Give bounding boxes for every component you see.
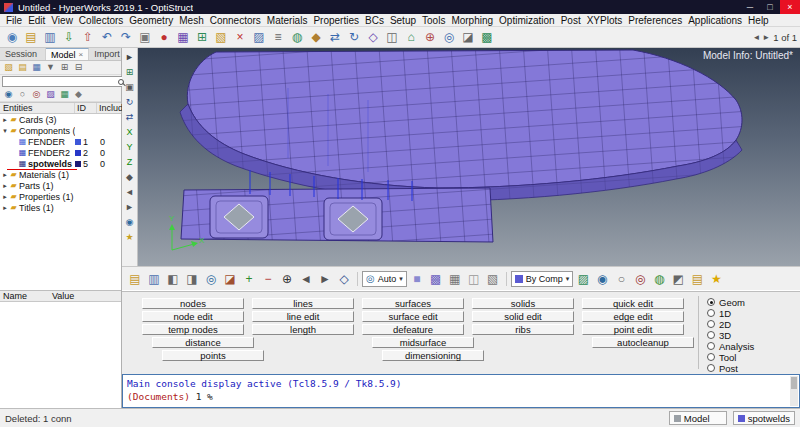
tree-header-entities[interactable]: Entities [0, 103, 75, 113]
organize-icon[interactable]: ▧ [212, 28, 230, 46]
expand-all-icon[interactable]: ⊞ [58, 61, 71, 74]
saved-views-icon[interactable]: ★ [123, 230, 137, 244]
user-profile-icon[interactable]: ◉ [3, 28, 21, 46]
tree-node-label[interactable]: Properties (1) [18, 192, 75, 202]
count-icon[interactable]: ◍ [288, 28, 306, 46]
panel-button[interactable]: line edit [252, 311, 354, 322]
command-console[interactable]: Main console display active (Tcl8.5.9 / … [122, 374, 800, 408]
panel-button[interactable]: distance [152, 337, 254, 348]
search-input[interactable] [5, 77, 116, 87]
show-all-icon[interactable]: ◍ [650, 270, 668, 288]
menu-item[interactable]: Setup [387, 15, 419, 26]
collapse-all-icon[interactable]: ⊟ [72, 61, 85, 74]
tree-expander-icon[interactable]: ▸ [1, 116, 9, 124]
save-session-icon[interactable]: ▥ [41, 28, 59, 46]
hide-entities-icon[interactable]: ○ [16, 88, 29, 101]
mask-icon[interactable]: ◪ [459, 28, 477, 46]
hide-icon[interactable]: ○ [612, 270, 630, 288]
open-session-icon[interactable]: ▤ [22, 28, 40, 46]
filter-icon[interactable]: ▼ [44, 61, 57, 74]
redo-icon[interactable]: ↷ [117, 28, 135, 46]
menu-item[interactable]: Applications [685, 15, 745, 26]
fit-view-icon[interactable]: ⊞ [123, 65, 137, 79]
tree-expander-icon[interactable]: ▸ [1, 204, 9, 212]
mode-radio[interactable]: 2D [707, 319, 773, 329]
save-model-icon[interactable]: ▥ [145, 270, 163, 288]
next-view-icon[interactable]: ► [316, 270, 334, 288]
translate-icon[interactable]: ⇄ [326, 28, 344, 46]
position-icon[interactable]: ⊕ [421, 28, 439, 46]
browser-tab[interactable]: Model × [46, 48, 89, 60]
tree-node-label[interactable]: FENDER [27, 137, 75, 147]
next-page-icon[interactable]: ► [762, 33, 770, 42]
tree-node-label[interactable]: Components (3) [18, 126, 75, 136]
menu-item[interactable]: Mesh [176, 15, 206, 26]
panel-button[interactable]: lines [252, 298, 354, 309]
panel-button[interactable]: edge edit [582, 311, 684, 322]
scale-icon[interactable]: ◇ [364, 28, 382, 46]
menu-item[interactable]: Properties [310, 15, 362, 26]
zoom-window-icon[interactable]: ▣ [123, 80, 137, 94]
color-chip[interactable] [75, 161, 81, 167]
dynamic-rotate-icon[interactable]: ↻ [123, 95, 137, 109]
search-box[interactable]: ▾ [2, 76, 133, 87]
graphics-viewport[interactable]: Y X Model Info: Untitled* [138, 48, 800, 266]
tree-row[interactable]: ▦ FENDER 1 0 [0, 136, 121, 147]
menu-item[interactable]: XYPlots [584, 15, 626, 26]
panel-button[interactable]: surfaces [362, 298, 464, 309]
tree-header-include[interactable]: Include [97, 103, 121, 113]
mode-radio[interactable]: Geom [707, 297, 773, 307]
tree-row[interactable]: ▸ ▰ Materials (1) [0, 169, 121, 180]
panel-button[interactable]: points [162, 350, 264, 361]
reflect-icon[interactable]: ◫ [383, 28, 401, 46]
renumber-icon[interactable]: ≡ [269, 28, 287, 46]
close-button[interactable]: × [780, 0, 800, 14]
menu-item[interactable]: Collectors [76, 15, 126, 26]
feature-lines-icon[interactable]: ▧ [484, 270, 502, 288]
visibility-icon[interactable]: ◉ [593, 270, 611, 288]
views-icon[interactable]: ▦ [30, 61, 43, 74]
select-arrow-icon[interactable]: ► [123, 50, 137, 64]
tree-expander-icon[interactable]: ▸ [1, 193, 9, 201]
perspective-icon[interactable]: ◉ [123, 215, 137, 229]
delete-icon[interactable]: × [231, 28, 249, 46]
unmask-icon[interactable]: ◩ [669, 270, 687, 288]
model-canvas[interactable]: Y X [138, 48, 800, 266]
open-model-icon[interactable]: ▤ [126, 270, 144, 288]
project-icon[interactable]: ⌂ [402, 28, 420, 46]
color-chip[interactable] [75, 150, 81, 156]
iso-view-icon[interactable]: ◆ [123, 170, 137, 184]
menu-item[interactable]: File [3, 15, 25, 26]
value-column-header[interactable]: Value [52, 291, 74, 301]
tree-row[interactable]: ▸ ▰ Titles (1) [0, 202, 121, 213]
rotate-right-icon[interactable]: ► [123, 200, 137, 214]
tree-node-label[interactable]: Parts (1) [18, 181, 75, 191]
menu-item[interactable]: Optimization [496, 15, 558, 26]
menu-item[interactable]: Help [745, 15, 772, 26]
mass-calc-icon[interactable]: ◆ [307, 28, 325, 46]
mode-radio[interactable]: 3D [707, 330, 773, 340]
undo-icon[interactable]: ↶ [98, 28, 116, 46]
color-chip[interactable] [75, 139, 81, 145]
panel-button[interactable]: nodes [142, 298, 244, 309]
tree-node-label[interactable]: Cards (3) [18, 115, 75, 125]
prev-view-icon[interactable]: ◄ [297, 270, 315, 288]
minimize-button[interactable]: ─ [740, 0, 760, 14]
id-manager-icon[interactable]: ⊞ [193, 28, 211, 46]
export-icon[interactable]: ⇧ [79, 28, 97, 46]
current-component-box[interactable]: spotwelds [733, 411, 795, 425]
tree-node-label[interactable]: Materials (1) [18, 170, 75, 180]
menu-item[interactable]: Tools [419, 15, 448, 26]
tree-header-id[interactable]: ID [75, 103, 97, 113]
fender-model[interactable] [180, 50, 742, 242]
color-chip[interactable] [75, 128, 81, 134]
color-chip[interactable] [75, 183, 81, 189]
pan-view-icon[interactable]: ⇄ [123, 110, 137, 124]
tree-row[interactable]: ▸ ▰ Cards (3) [0, 114, 121, 125]
browser-config-icon[interactable]: ◆ [72, 88, 85, 101]
tree-row[interactable]: ▸ ▰ Parts (1) [0, 180, 121, 191]
tree-row[interactable]: ▾ ▰ Components (3) [0, 125, 121, 136]
rotate-center-dropdown[interactable]: ◎ Auto ▾ [362, 271, 407, 287]
menu-item[interactable]: Preferences [625, 15, 685, 26]
shaded-view-icon[interactable]: ■ [408, 270, 426, 288]
